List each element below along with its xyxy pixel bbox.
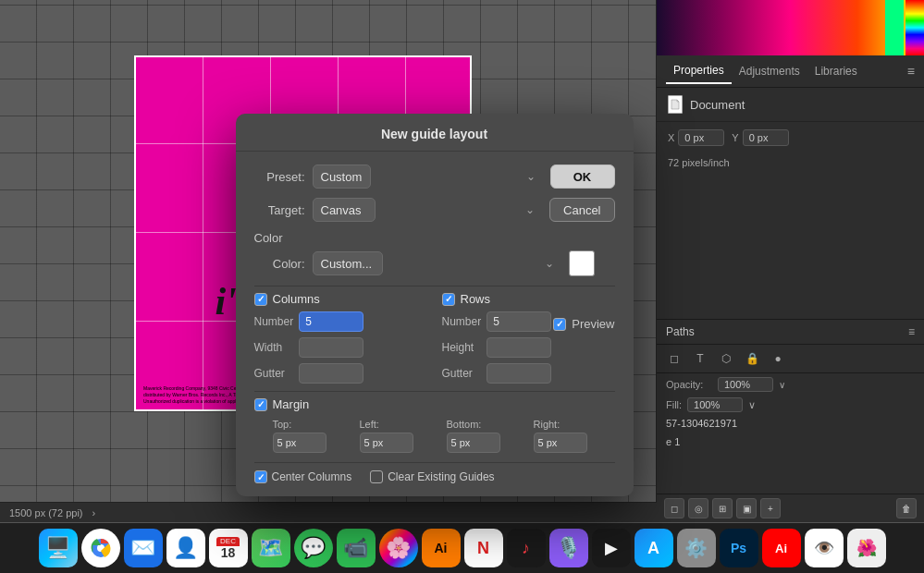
clear-guides-checkbox[interactable] xyxy=(370,470,383,483)
preview-checkbox[interactable] xyxy=(553,318,566,331)
margin-right-col: Right: xyxy=(534,419,615,453)
fill-row: Fill: ∨ xyxy=(657,396,924,414)
dock-finder[interactable]: 🖥️ xyxy=(39,529,78,567)
color-picker-label: Color: xyxy=(254,257,305,271)
paths-tool-dot[interactable]: ● xyxy=(768,348,788,369)
y-label: Y xyxy=(732,132,738,143)
color-swatch[interactable] xyxy=(569,250,595,276)
status-arrow[interactable]: › xyxy=(92,507,96,518)
paths-bottom-toolbar: ◻ ◎ ⊞ ▣ + 🗑 xyxy=(657,494,924,522)
margin-right-input[interactable] xyxy=(534,433,587,453)
tab-adjustments[interactable]: Adjustments xyxy=(732,59,807,83)
coordinates-section: X 0 px Y 0 px xyxy=(657,122,924,153)
rows-gutter-input[interactable] xyxy=(487,363,551,384)
dock-adobe[interactable]: Ai xyxy=(762,529,801,567)
columns-gutter-label: Gutter xyxy=(254,367,293,380)
dock-settings[interactable]: ⚙️ xyxy=(677,529,716,567)
rows-number-input[interactable] xyxy=(487,311,551,332)
path-btn-3[interactable]: ⊞ xyxy=(712,498,733,518)
dock-podcasts[interactable]: 🎙️ xyxy=(549,529,588,567)
dock-contacts[interactable]: 👤 xyxy=(166,529,205,567)
margin-fields: Top: Left: Bottom: Right: xyxy=(254,419,615,453)
dock-photos[interactable]: 🌸 xyxy=(379,529,418,567)
status-bar: 1500 px (72 ppi) › xyxy=(0,502,657,522)
dock-photos2[interactable]: 🌺 xyxy=(847,529,886,567)
rows-height-label: Height xyxy=(442,341,481,354)
margin-left-input[interactable] xyxy=(360,433,413,453)
dock-messages[interactable]: 💬 xyxy=(294,529,333,567)
dock-news[interactable]: N xyxy=(464,529,503,567)
dialog-body: Preset: Custom Default OK Target: Canvas… xyxy=(236,152,634,496)
columns-width-input[interactable] xyxy=(299,337,363,358)
dock-mail[interactable]: ✉️ xyxy=(124,529,163,567)
target-select-wrapper: Canvas Artboard xyxy=(313,198,543,222)
rows-section: Rows Number Height Gutter xyxy=(442,292,615,384)
document-icon xyxy=(668,95,683,114)
dock-maps[interactable]: 🗺️ xyxy=(252,529,290,567)
path-btn-5[interactable]: + xyxy=(760,498,781,518)
dock-music[interactable]: ♪ xyxy=(507,529,546,567)
tab-properties[interactable]: Properties xyxy=(666,58,732,84)
margin-top-input[interactable] xyxy=(273,433,326,453)
dock-appstore[interactable]: A xyxy=(634,529,673,567)
preset-select[interactable]: Custom Default xyxy=(313,165,371,189)
opacity-input[interactable] xyxy=(718,377,773,392)
margin-top-col: Top: xyxy=(273,419,354,453)
tab-libraries[interactable]: Libraries xyxy=(807,59,865,83)
paths-menu-icon[interactable]: ≡ xyxy=(908,325,915,338)
color-green-strip[interactable] xyxy=(885,0,904,55)
dock-chrome[interactable] xyxy=(81,529,120,567)
center-columns-item[interactable]: Center Columns xyxy=(254,470,352,483)
preview-label: Preview xyxy=(572,317,614,331)
color-section-label: Color xyxy=(254,231,615,245)
dock-tv[interactable]: ▶ xyxy=(592,529,631,567)
margin-label: Margin xyxy=(273,397,310,411)
path-btn-delete[interactable]: 🗑 xyxy=(896,498,917,518)
dock-photoshop[interactable]: Ps xyxy=(720,529,758,567)
rows-checkbox[interactable] xyxy=(442,293,455,306)
color-hue-strip[interactable] xyxy=(906,0,924,55)
ok-button[interactable]: OK xyxy=(550,165,615,189)
fill-arrow[interactable]: ∨ xyxy=(748,399,756,411)
center-columns-checkbox[interactable] xyxy=(254,470,267,483)
margin-bottom-input[interactable] xyxy=(447,433,500,453)
path-btn-4[interactable]: ▣ xyxy=(736,498,757,518)
paths-tool-shape[interactable]: ⬡ xyxy=(716,348,736,369)
path-item-2[interactable]: e 1 xyxy=(657,433,924,451)
rows-number-label: Number xyxy=(442,315,482,328)
paths-tool-lock[interactable]: 🔒 xyxy=(742,348,762,369)
opacity-label: Opacity: xyxy=(666,379,712,390)
status-size: 1500 px (72 ppi) xyxy=(9,507,83,518)
clear-guides-item[interactable]: Clear Existing Guides xyxy=(370,470,494,483)
margin-header: Margin xyxy=(254,397,615,411)
margin-checkbox[interactable] xyxy=(254,398,267,411)
dock-calendar[interactable]: DEC18 xyxy=(209,529,248,567)
path-btn-1[interactable]: ◻ xyxy=(664,498,684,518)
dock-illustrator[interactable]: Ai xyxy=(422,529,461,567)
color-picker[interactable] xyxy=(657,0,924,55)
columns-header: Columns xyxy=(254,292,427,306)
dock-facetime[interactable]: 📹 xyxy=(337,529,376,567)
fill-input[interactable] xyxy=(687,397,743,412)
path-btn-2[interactable]: ◎ xyxy=(688,498,708,518)
rows-height-input[interactable] xyxy=(487,337,551,358)
x-coordinate: X 0 px xyxy=(668,129,724,146)
dock-preview[interactable]: 👁️ xyxy=(805,529,844,567)
columns-gutter-input[interactable] xyxy=(299,363,363,384)
y-value[interactable]: 0 px xyxy=(743,129,789,146)
paths-tool-select[interactable]: ◻ xyxy=(664,348,684,369)
paths-label: Paths xyxy=(666,325,695,338)
margin-section: Margin Top: Left: Bottom: xyxy=(254,397,615,453)
x-value[interactable]: 0 px xyxy=(678,129,724,146)
path-item-1[interactable]: 57-1304621971 xyxy=(657,414,924,433)
paths-tool-text[interactable]: T xyxy=(690,348,710,369)
target-select[interactable]: Canvas Artboard xyxy=(313,198,376,222)
rows-height-row: Height xyxy=(442,337,615,358)
columns-number-input[interactable] xyxy=(299,311,363,332)
columns-checkbox[interactable] xyxy=(254,293,267,306)
cancel-button[interactable]: Cancel xyxy=(549,198,614,222)
paths-toolbar: ◻ T ⬡ 🔒 ● xyxy=(657,345,924,373)
opacity-arrow[interactable]: ∨ xyxy=(779,380,785,390)
panel-menu-icon[interactable]: ≡ xyxy=(907,64,915,79)
color-select[interactable]: Custom... Light Blue Light Red Cyan Mage… xyxy=(313,251,383,275)
